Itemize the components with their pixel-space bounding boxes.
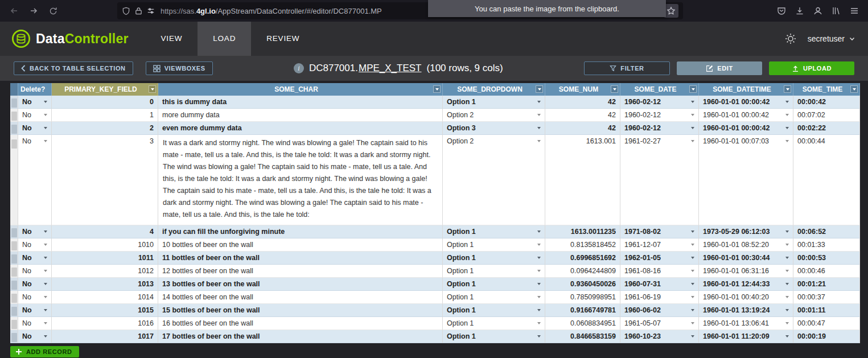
cell-delete[interactable]: No (18, 225, 52, 238)
cell-char[interactable]: 14 bottles of beer on the wall (158, 291, 443, 304)
cell-pk[interactable]: 0 (52, 96, 158, 109)
cell-delete[interactable]: No (18, 265, 52, 278)
cell-dropdown-arrow-icon[interactable] (44, 322, 47, 324)
cell-dropdown-arrow-icon[interactable] (691, 140, 694, 142)
app-logo[interactable]: DataController (0, 29, 129, 48)
cell-num[interactable]: 0.8135818452 (545, 238, 620, 252)
cell-time[interactable]: 00:01:33 (793, 238, 860, 252)
cell-dropdown-arrow-icon[interactable] (44, 114, 47, 116)
cell-datetime[interactable]: 1960-01-01 00:00:42 (699, 122, 793, 135)
cell-dropdown-arrow-icon[interactable] (785, 244, 789, 246)
cell-pk[interactable]: 1 (52, 109, 158, 122)
cell-char[interactable]: even more dummy data (158, 122, 443, 135)
cell-time[interactable]: 00:00:19 (793, 330, 860, 343)
cell-dropdown-arrow-icon[interactable] (44, 127, 47, 129)
cell-date[interactable]: 1962-01-05 (620, 252, 699, 265)
cell-time[interactable]: 00:00:53 (793, 252, 860, 265)
cell-dropdown-arrow-icon[interactable] (785, 101, 789, 103)
cell-dropdown-arrow-icon[interactable] (44, 283, 47, 285)
cell-delete[interactable]: No (18, 122, 52, 135)
cell-dropdown-arrow-icon[interactable] (785, 257, 789, 259)
cell-num[interactable]: 42 (545, 122, 620, 135)
row-drag-handle[interactable] (10, 278, 18, 291)
cell-datetime[interactable]: 1960-01-01 11:20:09 (699, 330, 793, 343)
cell-delete[interactable]: No (18, 317, 52, 330)
cell-dropdown-arrow-icon[interactable] (691, 114, 694, 116)
menu-button[interactable] (850, 6, 859, 15)
column-header-dropdown[interactable]: SOME_DROPDOWN (443, 83, 545, 96)
column-header-datetime[interactable]: SOME_DATETIME (699, 83, 793, 96)
cell-time[interactable]: 00:07:02 (793, 109, 860, 122)
column-filter-icon[interactable] (850, 85, 858, 93)
viewboxes-button[interactable]: VIEWBOXES (146, 61, 213, 75)
cell-num[interactable]: 0.6996851692 (545, 252, 620, 265)
cell-dropdown-arrow-icon[interactable] (785, 127, 789, 129)
cell-pk[interactable]: 1014 (52, 291, 158, 304)
cell-dropdown-arrow-icon[interactable] (785, 335, 789, 338)
row-drag-handle[interactable] (10, 317, 18, 330)
add-record-button[interactable]: ADD RECORD (10, 346, 79, 357)
cell-dropdown-arrow-icon[interactable] (44, 257, 47, 259)
cell-dropdown-arrow-icon[interactable] (691, 309, 694, 311)
cell-pk[interactable]: 1016 (52, 317, 158, 330)
cell-char[interactable]: if you can fill the unforgiving minute (158, 225, 443, 238)
row-drag-handle[interactable] (10, 252, 18, 265)
cell-dropdown-arrow-icon[interactable] (691, 101, 694, 103)
cell-dropdown-arrow-icon[interactable] (785, 296, 789, 298)
cell-pk[interactable]: 3 (52, 135, 158, 225)
refresh-button[interactable] (43, 2, 63, 19)
cell-dropdown-arrow-icon[interactable] (785, 322, 789, 324)
cell-datetime[interactable]: 1960-01-01 08:52:20 (699, 238, 793, 252)
cell-num[interactable]: 0.0964244809 (545, 265, 620, 278)
cell-dropdown-arrow-icon[interactable] (691, 257, 694, 259)
column-filter-icon[interactable] (689, 85, 697, 93)
column-header-num[interactable]: SOME_NUM (545, 83, 620, 96)
row-drag-handle[interactable] (10, 291, 18, 304)
cell-dropdown-arrow-icon[interactable] (44, 335, 47, 338)
cell-dropdown-arrow-icon[interactable] (44, 296, 47, 298)
cell-time[interactable]: 00:02:22 (793, 122, 860, 135)
cell-time[interactable]: 00:00:47 (793, 317, 860, 330)
cell-char[interactable]: 11 bottles of beer on the wall (158, 252, 443, 265)
cell-datetime[interactable]: 1973-05-29 06:12:03 (699, 225, 793, 238)
tracking-shield-icon[interactable] (122, 7, 130, 15)
cell-delete[interactable]: No (18, 252, 52, 265)
cell-pk[interactable]: 1017 (52, 330, 158, 343)
cell-pk[interactable]: 1011 (52, 252, 158, 265)
cell-dropdown-arrow-icon[interactable] (44, 270, 47, 272)
column-header-date[interactable]: SOME_DATE (620, 83, 699, 96)
row-drag-handle[interactable] (10, 225, 18, 238)
cell-char[interactable]: 10 bottles of beer on the wall (158, 238, 443, 252)
row-drag-handle[interactable] (10, 238, 18, 252)
cell-num[interactable]: 0.7850998951 (545, 291, 620, 304)
cell-dropdown-arrow-icon[interactable] (537, 283, 541, 285)
cell-time[interactable]: 00:01:21 (793, 278, 860, 291)
cell-pk[interactable]: 2 (52, 122, 158, 135)
forward-button[interactable] (24, 2, 43, 19)
cell-dropdown[interactable]: Option 1 (443, 96, 545, 109)
cell-datetime[interactable]: 1960-01-01 00:30:44 (699, 252, 793, 265)
cell-num[interactable]: 0.9360450026 (545, 278, 620, 291)
cell-datetime[interactable]: 1960-01-01 00:00:42 (699, 96, 793, 109)
cell-datetime[interactable]: 1960-01-01 00:07:03 (699, 135, 793, 225)
cell-datetime[interactable]: 1960-01-01 12:44:33 (699, 278, 793, 291)
cell-date[interactable]: 1961-02-27 (620, 135, 699, 225)
cell-dropdown-arrow-icon[interactable] (785, 140, 789, 142)
cell-num[interactable]: 0.8466583159 (545, 330, 620, 343)
cell-date[interactable]: 1961-05-07 (620, 317, 699, 330)
cell-dropdown-arrow-icon[interactable] (537, 257, 541, 259)
tab-load[interactable]: LOAD (198, 22, 251, 56)
row-drag-handle[interactable] (10, 265, 18, 278)
cell-pk[interactable]: 1015 (52, 304, 158, 317)
cell-dropdown-arrow-icon[interactable] (537, 140, 541, 142)
cell-dropdown-arrow-icon[interactable] (691, 296, 694, 298)
cell-dropdown-arrow-icon[interactable] (691, 283, 694, 285)
column-header-pk[interactable]: PRIMARY_KEY_FIELD (52, 83, 158, 96)
cell-time[interactable]: 00:01:11 (793, 304, 860, 317)
cell-delete[interactable]: No (18, 291, 52, 304)
cell-dropdown[interactable]: Option 3 (443, 122, 545, 135)
upload-button[interactable]: UPLOAD (769, 61, 854, 75)
column-header-char[interactable]: SOME_CHAR (158, 83, 443, 96)
cell-delete[interactable]: No (18, 278, 52, 291)
cell-dropdown-arrow-icon[interactable] (691, 127, 694, 129)
